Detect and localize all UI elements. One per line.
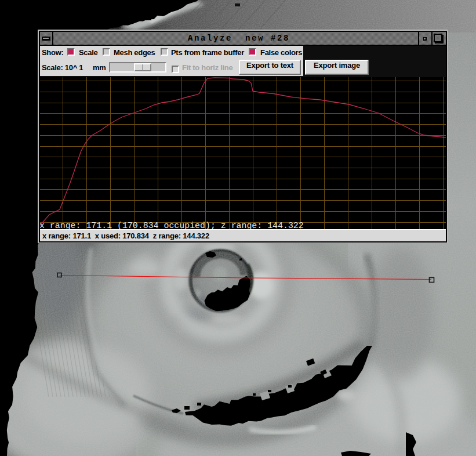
svg-text:x range: 171.1 (170.834 occupi: x range: 171.1 (170.834 occupied); z ran… (40, 221, 304, 230)
